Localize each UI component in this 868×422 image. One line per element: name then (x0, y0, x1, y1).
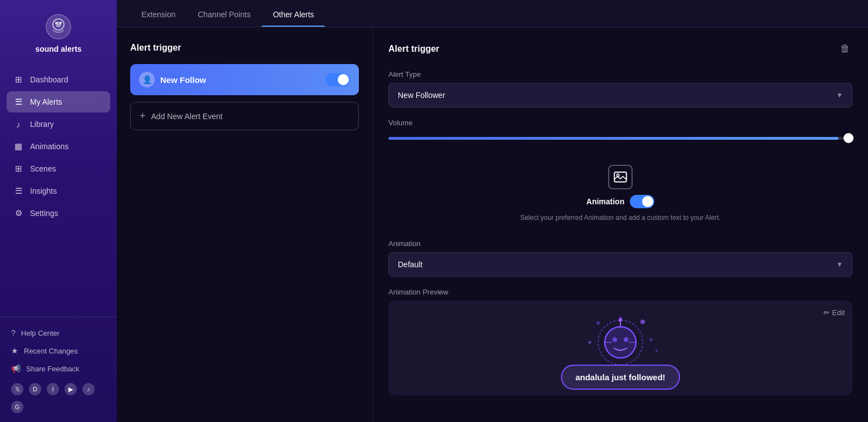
sidebar-item-my-alerts[interactable]: ☰ My Alerts (7, 91, 110, 112)
toggle-knob (338, 74, 349, 85)
add-alert-label: Add New Alert Event (151, 112, 223, 121)
animations-icon: ▦ (13, 141, 23, 151)
tabs-bar: Extension Channel Points Other Alerts (117, 0, 868, 27)
recent-changes-label: Recent Changes (24, 347, 78, 355)
sidebar-nav: ⊞ Dashboard ☰ My Alerts ♪ Library ▦ Anim… (0, 65, 117, 317)
sidebar-item-label: Insights (30, 187, 57, 195)
delete-alert-button[interactable]: 🗑 (838, 41, 852, 57)
sidebar-logo: sound alerts (0, 0, 117, 65)
recent-changes-icon: ★ (11, 346, 18, 355)
volume-label: Volume (388, 119, 852, 127)
instagram-icon[interactable]: I (47, 383, 59, 395)
svg-point-15 (613, 337, 617, 342)
sidebar-bottom: ? Help Center ★ Recent Changes 📢 Share F… (0, 317, 117, 422)
animation-img-icon (608, 165, 633, 189)
sidebar-item-animations[interactable]: ▦ Animations (7, 136, 110, 157)
volume-fill (388, 137, 839, 140)
my-alerts-icon: ☰ (13, 97, 23, 107)
sidebar: sound alerts ⊞ Dashboard ☰ My Alerts ♪ L… (0, 0, 117, 422)
image-frame-icon (613, 170, 628, 184)
dashboard-icon: ⊞ (13, 75, 23, 85)
svg-point-3 (55, 22, 57, 24)
animation-preview-area: ✏ Edit (388, 301, 852, 395)
help-center-link[interactable]: ? Help Center (9, 324, 108, 342)
sidebar-item-library[interactable]: ♪ Library (7, 114, 110, 135)
volume-section: Volume (388, 119, 852, 145)
animation-description: Select your preferred Animation and add … (520, 214, 721, 222)
insights-icon: ☰ (13, 186, 23, 196)
tiktok-icon[interactable]: ♪ (82, 383, 95, 395)
sidebar-item-label: Scenes (30, 164, 56, 173)
logo-icon (45, 13, 72, 40)
svg-point-18 (619, 318, 622, 322)
notification-text: andalula just followed! (575, 372, 665, 382)
svg-point-11 (649, 338, 653, 341)
left-panel: Alert trigger 👤 New Follow + Add New Ale… (117, 27, 373, 422)
alert-type-arrow: ▼ (836, 91, 843, 99)
animation-toggle-row: Animation (586, 195, 654, 208)
sidebar-item-label: My Alerts (30, 97, 62, 106)
settings-icon: ⚙ (13, 208, 23, 218)
alert-enable-toggle[interactable] (326, 73, 350, 86)
sidebar-item-scenes[interactable]: ⊞ Scenes (7, 158, 110, 179)
help-icon: ? (11, 328, 16, 337)
sidebar-item-insights[interactable]: ☰ Insights (7, 180, 110, 202)
help-center-label: Help Center (21, 329, 60, 337)
alert-type-field: Alert Type New Follower ▼ (388, 70, 852, 107)
twitter-icon[interactable]: 𝕏 (11, 383, 23, 395)
alert-type-value: New Follower (398, 91, 445, 100)
content-area: Alert trigger 👤 New Follow + Add New Ale… (117, 27, 868, 422)
right-panel-header: Alert trigger 🗑 (388, 41, 852, 57)
alert-trigger-item-icon: 👤 (139, 72, 155, 87)
youtube-icon[interactable]: ▶ (65, 383, 77, 395)
sidebar-item-label: Library (30, 120, 54, 129)
svg-point-9 (640, 320, 645, 324)
animation-preview-label: Animation Preview (388, 288, 852, 296)
share-feedback-link[interactable]: 📢 Share Feedback (9, 360, 108, 377)
right-panel: Alert trigger 🗑 Alert Type New Follower … (373, 27, 868, 422)
svg-point-12 (589, 341, 591, 344)
share-feedback-label: Share Feedback (26, 365, 79, 373)
tab-extension[interactable]: Extension (130, 0, 186, 27)
animation-toggle-label: Animation (586, 197, 624, 206)
svg-point-13 (655, 350, 658, 352)
discord-icon[interactable]: D (29, 383, 41, 395)
recent-changes-link[interactable]: ★ Recent Changes (9, 342, 108, 360)
share-feedback-icon: 📢 (11, 364, 21, 373)
edit-label: Edit (832, 308, 845, 317)
animation-select-value: Default (398, 260, 422, 269)
volume-slider[interactable] (388, 131, 852, 145)
sidebar-item-label: Dashboard (30, 75, 68, 84)
animation-enable-toggle[interactable] (630, 195, 654, 208)
animation-select-arrow: ▼ (836, 261, 843, 268)
alert-trigger-item-name: New Follow (160, 75, 206, 85)
sidebar-item-dashboard[interactable]: ⊞ Dashboard (7, 69, 110, 90)
animation-preview-section: Animation Preview ✏ Edit (388, 288, 852, 395)
svg-point-10 (596, 321, 600, 325)
right-panel-title: Alert trigger (388, 44, 440, 54)
sidebar-item-settings[interactable]: ⚙ Settings (7, 203, 110, 224)
svg-point-4 (60, 22, 62, 24)
alert-trigger-left: 👤 New Follow (139, 72, 206, 87)
left-panel-title: Alert trigger (130, 43, 359, 53)
alert-type-select[interactable]: New Follower ▼ (388, 83, 852, 107)
alert-type-label: Alert Type (388, 70, 852, 78)
animation-select[interactable]: Default ▼ (388, 252, 852, 277)
add-alert-event-button[interactable]: + Add New Alert Event (130, 102, 359, 130)
preview-mascot: andalula just followed! (565, 312, 676, 384)
tab-channel-points[interactable]: Channel Points (186, 0, 262, 27)
tab-other-alerts[interactable]: Other Alerts (262, 0, 325, 27)
main-content: Extension Channel Points Other Alerts Al… (117, 0, 868, 422)
sidebar-item-label: Animations (30, 142, 68, 151)
animation-select-section: Animation Default ▼ (388, 239, 852, 277)
notification-bubble: andalula just followed! (561, 365, 680, 390)
edit-pencil-icon: ✏ (823, 308, 830, 317)
sidebar-item-label: Settings (30, 209, 58, 218)
add-icon: + (140, 110, 146, 122)
volume-thumb[interactable] (844, 133, 854, 143)
scenes-icon: ⊞ (13, 164, 23, 174)
alert-trigger-new-follow[interactable]: 👤 New Follow (130, 64, 359, 95)
edit-animation-button[interactable]: ✏ Edit (823, 308, 845, 317)
brand-name: sound alerts (35, 45, 81, 53)
google-icon[interactable]: G (11, 401, 23, 413)
